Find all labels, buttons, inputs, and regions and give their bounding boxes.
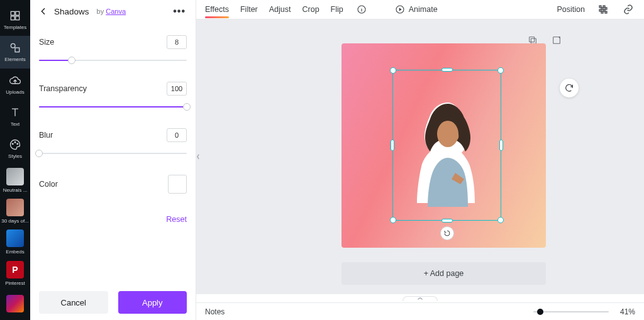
prop-color: Color	[39, 175, 187, 194]
tab-animate-label: Animate	[409, 5, 438, 14]
apply-button[interactable]: Apply	[118, 291, 187, 314]
resize-handle-top[interactable]	[441, 68, 453, 72]
bottom-tray-handle[interactable]	[402, 296, 438, 301]
panel-collapse-handle[interactable]	[196, 138, 201, 175]
svg-rect-5	[15, 48, 19, 52]
rail-app-neutrals[interactable]: Neutrals ...	[0, 165, 30, 196]
prop-size-value[interactable]: 8	[167, 35, 187, 49]
resize-handle-right[interactable]	[499, 140, 503, 151]
prop-transparency-value[interactable]: 100	[167, 82, 187, 96]
pinterest-icon	[6, 261, 24, 279]
svg-rect-18	[605, 11, 607, 13]
resize-handle-tr[interactable]	[497, 67, 504, 74]
rail-app-30days[interactable]: 30 days of...	[0, 196, 30, 227]
footer: Notes 41%	[196, 302, 644, 320]
svg-rect-0	[11, 11, 14, 15]
app-thumb-icon	[6, 199, 24, 216]
tab-filter[interactable]: Filter	[240, 5, 258, 14]
prop-size: Size 8	[39, 35, 187, 65]
resize-handle-left[interactable]	[391, 140, 394, 151]
resize-handle-br[interactable]	[497, 217, 504, 223]
effects-panel: Shadows by Canva ••• Size 8 Transparency…	[30, 0, 196, 320]
undo-fab[interactable]	[560, 79, 579, 97]
prop-blur-slider[interactable]	[39, 148, 187, 158]
prop-transparency-slider[interactable]	[39, 102, 187, 112]
rail-app-embeds[interactable]: Embeds	[0, 227, 30, 258]
position-button[interactable]: Position	[557, 5, 585, 14]
rail-templates[interactable]: Templates	[0, 4, 30, 36]
grid-icon	[8, 9, 22, 23]
rail-uploads[interactable]: Uploads	[0, 69, 30, 101]
rail-uploads-label: Uploads	[6, 89, 24, 96]
rail-app-embeds-label: Embeds	[6, 249, 24, 255]
prop-size-label: Size	[39, 38, 54, 47]
panel-header: Shadows by Canva •••	[30, 0, 196, 23]
rail-app-pinterest[interactable]: Pinterest	[0, 258, 30, 289]
prop-transparency-label: Transparency	[39, 84, 87, 93]
color-swatch[interactable]	[168, 175, 187, 194]
info-button[interactable]	[355, 3, 369, 16]
cancel-button[interactable]: Cancel	[39, 291, 108, 314]
app-thumb-icon	[6, 295, 24, 312]
selection-frame[interactable]	[392, 70, 501, 221]
panel-by-link[interactable]: Canva	[106, 8, 126, 15]
panel-title: Shadows	[54, 7, 89, 16]
back-button[interactable]	[38, 6, 49, 17]
tab-flip[interactable]: Flip	[331, 5, 343, 14]
rail-templates-label: Templates	[4, 25, 26, 31]
svg-rect-3	[16, 16, 19, 20]
resize-handle-bottom[interactable]	[441, 219, 453, 223]
reset-link[interactable]: Reset	[39, 215, 187, 224]
svg-point-8	[17, 143, 18, 145]
svg-point-6	[12, 143, 13, 145]
prop-transparency: Transparency 100	[39, 82, 187, 112]
text-icon	[8, 106, 22, 119]
svg-point-4	[11, 44, 15, 48]
svg-rect-21	[553, 37, 560, 44]
rail-text-label: Text	[11, 121, 20, 128]
svg-rect-17	[601, 11, 603, 13]
panel-footer: Cancel Apply	[30, 285, 196, 320]
rail-app-more[interactable]	[0, 289, 30, 320]
tab-effects[interactable]: Effects	[205, 5, 229, 14]
resize-handle-bl[interactable]	[390, 217, 396, 223]
rail-elements[interactable]: Elements	[0, 36, 30, 68]
rail-elements-label: Elements	[4, 57, 25, 63]
prop-color-label: Color	[39, 180, 58, 189]
rail-text[interactable]: Text	[0, 101, 30, 133]
svg-rect-1	[16, 11, 19, 15]
app-thumb-icon	[6, 168, 24, 185]
rail-app-30days-label: 30 days of...	[1, 218, 29, 224]
rail-app-neutrals-label: Neutrals ...	[3, 187, 28, 194]
tab-animate[interactable]: Animate	[395, 4, 438, 14]
prop-blur-value[interactable]: 0	[167, 128, 187, 142]
rotate-button[interactable]	[440, 226, 454, 240]
canvas-area[interactable]: + Add page	[196, 19, 644, 294]
cloud-upload-icon	[8, 74, 22, 87]
new-page-button[interactable]	[550, 33, 564, 47]
zoom-value[interactable]: 41%	[620, 307, 635, 316]
notes-button[interactable]: Notes	[205, 307, 225, 316]
rail-styles-label: Styles	[8, 153, 22, 160]
nav-rail: Templates Elements Uploads Text Styles N…	[0, 0, 30, 320]
link-button[interactable]	[621, 3, 635, 16]
palette-icon	[8, 138, 22, 152]
tab-adjust[interactable]: Adjust	[269, 5, 291, 14]
svg-point-7	[14, 142, 16, 143]
zoom-slider[interactable]	[533, 308, 609, 316]
svg-rect-2	[11, 16, 14, 20]
add-page-button[interactable]: + Add page	[341, 262, 546, 285]
prop-size-slider[interactable]	[39, 55, 187, 65]
transparency-button[interactable]	[596, 3, 610, 16]
bottom-tray-handle-row	[196, 294, 644, 302]
prop-blur-label: Blur	[39, 131, 53, 140]
shapes-icon	[8, 41, 22, 55]
panel-by-label: by	[97, 8, 104, 15]
svg-rect-20	[530, 37, 535, 42]
tab-crop[interactable]: Crop	[303, 5, 319, 14]
rail-styles[interactable]: Styles	[0, 133, 30, 165]
more-button[interactable]: •••	[170, 3, 188, 19]
topbar: Effects Filter Adjust Crop Flip Animate …	[196, 0, 644, 19]
app-thumb-icon	[6, 229, 24, 247]
resize-handle-tl[interactable]	[390, 67, 396, 74]
